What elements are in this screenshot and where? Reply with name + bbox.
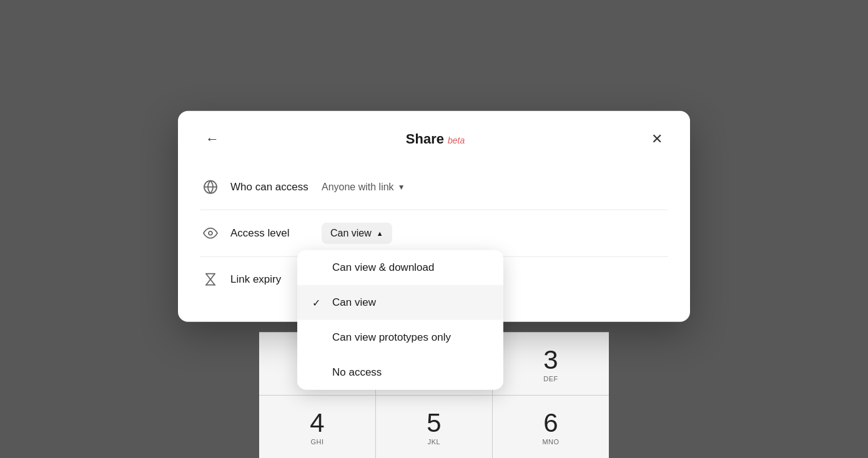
globe-icon: [200, 177, 220, 197]
access-level-label: Access level: [230, 227, 312, 240]
modal-body: Who can access Anyone with link ▼ Access…: [178, 165, 690, 322]
who-can-access-label: Who can access: [230, 181, 312, 193]
who-can-access-arrow-icon: ▼: [398, 183, 405, 192]
keypad-row-2: 4 GHI 5 JKL 6 MNO: [259, 395, 609, 458]
keypad-5: 5 JKL: [376, 396, 493, 458]
share-modal: ← Share beta ✕ Who can access Anyone wit…: [178, 111, 690, 322]
dropdown-item-can-view[interactable]: ✓ Can view: [297, 285, 503, 320]
access-level-button[interactable]: Can view ▲: [322, 223, 392, 244]
access-level-dropdown: Can view & download ✓ Can view Can view …: [297, 250, 503, 390]
modal-title: Share: [406, 131, 444, 147]
dropdown-item-can-view-prototypes[interactable]: Can view prototypes only: [297, 320, 503, 355]
checkmark-icon: ✓: [312, 296, 323, 308]
access-level-row: Access level Can view ▲ Can view & downl…: [200, 210, 668, 257]
who-can-access-control[interactable]: Anyone with link ▼: [322, 182, 405, 193]
close-button[interactable]: ✕: [646, 129, 668, 150]
hourglass-icon: [200, 270, 220, 290]
keypad-6: 6 MNO: [493, 396, 609, 458]
modal-title-group: Share beta: [406, 131, 465, 147]
access-level-btn-arrow-icon: ▲: [377, 230, 383, 237]
access-level-control: Can view ▲: [322, 223, 392, 244]
dropdown-item-can-view-download[interactable]: Can view & download: [297, 250, 503, 285]
dropdown-item-no-access[interactable]: No access: [297, 355, 503, 390]
who-can-access-value: Anyone with link: [322, 182, 394, 193]
keypad-4: 4 GHI: [259, 396, 376, 458]
beta-badge: beta: [448, 135, 465, 145]
keypad-3: 3 DEF: [493, 333, 609, 395]
svg-point-2: [209, 231, 212, 235]
access-level-value: Can view: [330, 228, 372, 239]
modal-header: ← Share beta ✕: [178, 111, 690, 165]
who-can-access-row: Who can access Anyone with link ▼: [200, 165, 668, 210]
back-button[interactable]: ←: [200, 129, 224, 150]
eye-icon: [200, 223, 220, 243]
